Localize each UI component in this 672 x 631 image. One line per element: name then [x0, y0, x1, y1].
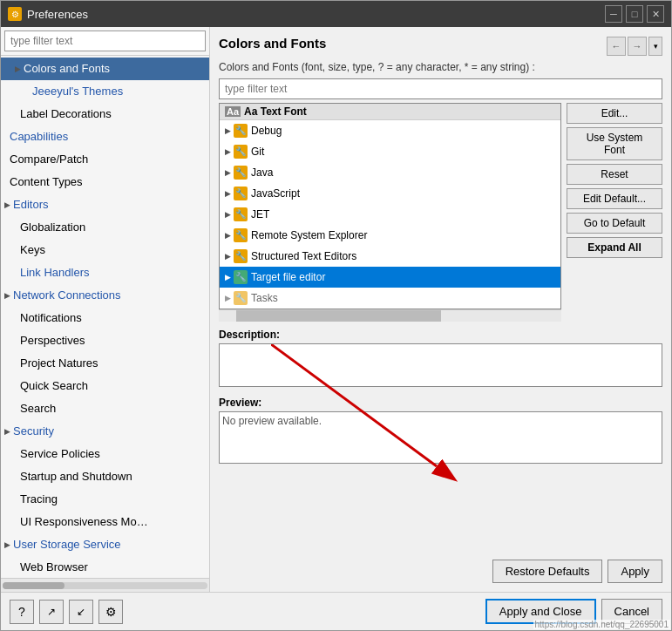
sidebar-label-quick-search: Quick Search [20, 377, 88, 396]
preview-section: Preview: No preview available. [219, 397, 662, 553]
panel-title: Colors and Fonts [219, 36, 326, 51]
sidebar-item-search[interactable]: Search [1, 397, 209, 420]
edit-default-button[interactable]: Edit Default... [567, 188, 662, 209]
icon-git: 🔧 [234, 145, 248, 159]
expand-all-button[interactable]: Expand All [567, 237, 662, 258]
sidebar-item-service-policies[interactable]: Service Policies [1, 443, 209, 465]
sidebar-label-perspectives: Perspectives [20, 331, 85, 350]
tree-label-remote: Remote System Explorer [251, 227, 367, 244]
use-system-font-button[interactable]: Use System Font [567, 127, 662, 160]
sidebar-item-colors-fonts[interactable]: ▶ Colors and Fonts [1, 58, 209, 80]
settings-button[interactable]: ⚙ [98, 600, 123, 624]
sidebar-item-editors[interactable]: ▶ Editors [1, 193, 209, 216]
sidebar-item-jeeeyuls-themes[interactable]: Jeeeyul's Themes [1, 80, 209, 103]
minimize-button[interactable]: ─ [605, 5, 622, 23]
scroll-thumb [3, 582, 64, 589]
reset-button[interactable]: Reset [567, 164, 662, 185]
left-filter-input[interactable] [4, 31, 206, 51]
arrow-javascript: ▶ [225, 185, 231, 202]
sidebar-item-perspectives[interactable]: Perspectives [1, 329, 209, 352]
sidebar-label-tracing: Tracing [20, 490, 58, 509]
sidebar-label-editors: Editors [13, 195, 48, 214]
tree-label-debug: Debug [251, 122, 282, 139]
sidebar-label-startup-shutdown: Startup and Shutdown [20, 467, 132, 486]
sidebar-item-project-natures[interactable]: Project Natures [1, 352, 209, 375]
close-button[interactable]: ✕ [647, 5, 664, 23]
history-dropdown-button[interactable]: ▾ [648, 37, 662, 56]
edit-button[interactable]: Edit... [567, 103, 662, 124]
right-panel: Colors and Fonts ← → ▾ Colors and Fonts … [210, 27, 671, 592]
tree-item-jet[interactable]: ▶ 🔧 JET [220, 204, 560, 225]
sidebar-item-keys[interactable]: Keys [1, 239, 209, 261]
maximize-button[interactable]: □ [626, 5, 643, 23]
bottom-left-icons: ? ↗ ↙ ⚙ [10, 600, 123, 624]
sidebar-item-content-types[interactable]: Content Types [1, 171, 209, 193]
panel-description: Colors and Fonts (font, size, type, ? = … [219, 61, 662, 73]
apply-button[interactable]: Apply [608, 560, 662, 583]
arrow-tasks: ▶ [225, 289, 231, 307]
color-filter-input[interactable] [219, 78, 662, 99]
icon-remote: 🔧 [234, 228, 248, 242]
icon-java: 🔧 [234, 166, 248, 180]
sidebar-item-notifications[interactable]: Notifications [1, 307, 209, 329]
tree-item-git[interactable]: ▶ 🔧 Git [220, 141, 560, 162]
tree-label-jet: JET [251, 206, 269, 223]
forward-button[interactable]: → [628, 37, 647, 56]
sidebar-label-security: Security [13, 422, 54, 441]
tree-item-remote-system-explorer[interactable]: ▶ 🔧 Remote System Explorer [220, 225, 560, 246]
export-button[interactable]: ↗ [39, 600, 64, 624]
sidebar-item-web-browser[interactable]: Web Browser [1, 556, 209, 578]
expand-arrow-security: ▶ [4, 422, 10, 441]
sidebar-label-compare-patch: Compare/Patch [10, 150, 88, 169]
header-aa: Aa [225, 106, 241, 117]
sidebar-item-ui-responsiveness[interactable]: UI Responsiveness Mo… [1, 511, 209, 533]
tree-item-java[interactable]: ▶ 🔧 Java [220, 162, 560, 183]
sidebar-label-capabilities: Capabilities [10, 127, 68, 146]
icon-debug: 🔧 [234, 124, 248, 138]
sidebar-item-network-connections[interactable]: ▶ Network Connections [1, 284, 209, 307]
description-textarea[interactable] [219, 343, 662, 387]
watermark: https://blog.csdn.net/qq_22695001 [533, 620, 670, 629]
title-bar-left: ⚙ Preferences [8, 7, 88, 21]
go-to-default-button[interactable]: Go to Default [567, 213, 662, 234]
back-button[interactable]: ← [607, 37, 626, 56]
action-row: Restore Defaults Apply [219, 560, 662, 583]
icon-target: 🔧 [234, 270, 248, 284]
sidebar-item-tracing[interactable]: Tracing [1, 488, 209, 511]
font-tree-container: Aa Aa Text Font ▶ 🔧 Debug ▶ 🔧 [219, 103, 662, 322]
nav-tree[interactable]: ▶ Colors and Fonts Jeeeyul's Themes Labe… [1, 56, 209, 578]
sidebar-item-capabilities[interactable]: Capabilities [1, 126, 209, 148]
font-tree[interactable]: Aa Aa Text Font ▶ 🔧 Debug ▶ 🔧 [219, 103, 561, 309]
sidebar-item-quick-search[interactable]: Quick Search [1, 375, 209, 397]
sidebar-item-security[interactable]: ▶ Security [1, 420, 209, 443]
nav-arrows: ← → ▾ [607, 37, 662, 56]
tree-item-tasks[interactable]: ▶ 🔧 Tasks [220, 288, 560, 309]
tree-item-debug[interactable]: ▶ 🔧 Debug [220, 120, 560, 141]
main-area: ▶ Colors and Fonts Jeeeyul's Themes Labe… [1, 27, 671, 592]
sidebar-label-network-connections: Network Connections [13, 286, 121, 305]
nav-hscrollbar[interactable] [1, 578, 209, 592]
tree-label-structured: Structured Text Editors [251, 248, 356, 265]
sidebar-item-user-storage[interactable]: ▶ User Storage Service [1, 533, 209, 556]
expand-arrow-colors-fonts: ▶ [15, 59, 21, 78]
arrow-java: ▶ [225, 164, 231, 181]
title-bar: ⚙ Preferences ─ □ ✕ [1, 1, 671, 27]
sidebar-label-notifications: Notifications [20, 309, 82, 328]
sidebar-item-link-handlers[interactable]: Link Handlers [1, 261, 209, 284]
sidebar-item-compare-patch[interactable]: Compare/Patch [1, 148, 209, 171]
sidebar-item-label-decorations[interactable]: Label Decorations [1, 103, 209, 126]
tree-item-javascript[interactable]: ▶ 🔧 JavaScript [220, 183, 560, 204]
sidebar-item-startup-shutdown[interactable]: Startup and Shutdown [1, 465, 209, 488]
tree-item-structured-text[interactable]: ▶ 🔧 Structured Text Editors [220, 246, 560, 267]
tree-item-target-file-editor[interactable]: ▶ 🔧 Target file editor [220, 267, 560, 288]
sidebar-label-keys: Keys [20, 241, 45, 260]
import-button[interactable]: ↙ [69, 600, 93, 624]
font-tree-hscrollbar[interactable] [219, 309, 561, 322]
header-text-font: Aa Text Font [244, 105, 307, 118]
expand-arrow-network: ▶ [4, 286, 10, 305]
app-icon: ⚙ [8, 7, 22, 21]
sidebar-item-globalization[interactable]: Globalization [1, 216, 209, 239]
sidebar-label-ui-responsiveness: UI Responsiveness Mo… [20, 512, 148, 532]
restore-defaults-button[interactable]: Restore Defaults [492, 560, 603, 583]
help-button[interactable]: ? [10, 600, 34, 624]
